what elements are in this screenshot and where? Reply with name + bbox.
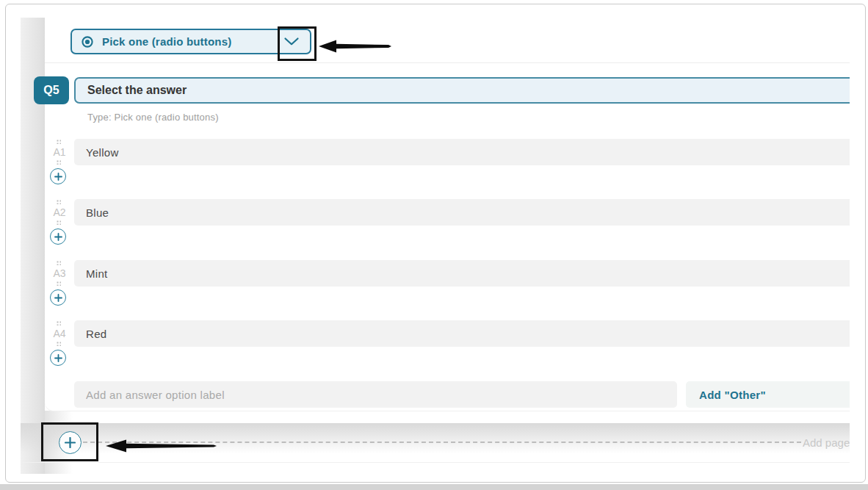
drag-handle-icon[interactable] xyxy=(56,281,61,286)
insert-answer-button[interactable] xyxy=(50,350,66,366)
answer-row: A1 xyxy=(45,139,850,196)
question-type-caption: Type: Pick one (radio buttons) xyxy=(87,112,219,123)
header-separator xyxy=(45,62,850,63)
drag-handle-icon[interactable] xyxy=(56,320,61,325)
answer-input[interactable] xyxy=(74,139,850,165)
page-card: Pick one (radio buttons) Type: Pick one … xyxy=(45,4,850,411)
drag-handle-icon[interactable] xyxy=(56,260,61,265)
insert-answer-button[interactable] xyxy=(50,228,66,245)
plus-icon xyxy=(54,233,62,241)
answer-id-label: A1 xyxy=(49,146,70,158)
insert-answer-button[interactable] xyxy=(50,168,66,184)
plus-icon xyxy=(54,354,62,362)
screenshot-stage: Add page Pick one (radio buttons) Type: … xyxy=(0,0,868,490)
editor-frame: Add page Pick one (radio buttons) Type: … xyxy=(5,4,866,483)
drag-handle-icon[interactable] xyxy=(56,159,61,165)
answer-row: A4 xyxy=(45,320,850,378)
new-answer-input[interactable] xyxy=(74,381,677,408)
answer-row: A2 xyxy=(45,199,850,256)
answer-row: A3 xyxy=(45,260,850,317)
drag-handle-icon[interactable] xyxy=(56,341,61,346)
question-type-dropdown[interactable]: Pick one (radio buttons) xyxy=(70,29,311,54)
annotation-box-add-page xyxy=(41,422,98,461)
question-number-badge: Q5 xyxy=(34,76,69,104)
plus-icon xyxy=(54,173,62,181)
answer-id-label: A2 xyxy=(49,206,70,218)
drag-handle-icon[interactable] xyxy=(56,220,61,225)
drag-handle-icon[interactable] xyxy=(56,199,61,204)
radio-selected-icon xyxy=(81,35,94,48)
insert-answer-button[interactable] xyxy=(50,289,66,306)
annotation-arrow-left-icon xyxy=(319,39,392,54)
add-page-label-clip: Add page xyxy=(803,436,850,451)
window-bottom-edge xyxy=(0,484,868,490)
drag-handle-icon[interactable] xyxy=(56,139,61,144)
question-type-label: Pick one (radio buttons) xyxy=(102,35,231,48)
answer-input[interactable] xyxy=(74,260,850,287)
annotation-box-chevron xyxy=(278,26,317,61)
question-title-input[interactable] xyxy=(74,77,850,104)
answer-id-label: A3 xyxy=(49,267,70,279)
answer-input[interactable] xyxy=(74,199,850,226)
answer-id-label: A4 xyxy=(49,328,70,339)
plus-icon xyxy=(54,294,62,302)
add-other-button[interactable]: Add "Other" xyxy=(686,381,850,408)
answer-input[interactable] xyxy=(74,320,850,347)
annotation-arrow-left-icon xyxy=(106,439,217,453)
add-page-label: Add page xyxy=(803,436,850,449)
